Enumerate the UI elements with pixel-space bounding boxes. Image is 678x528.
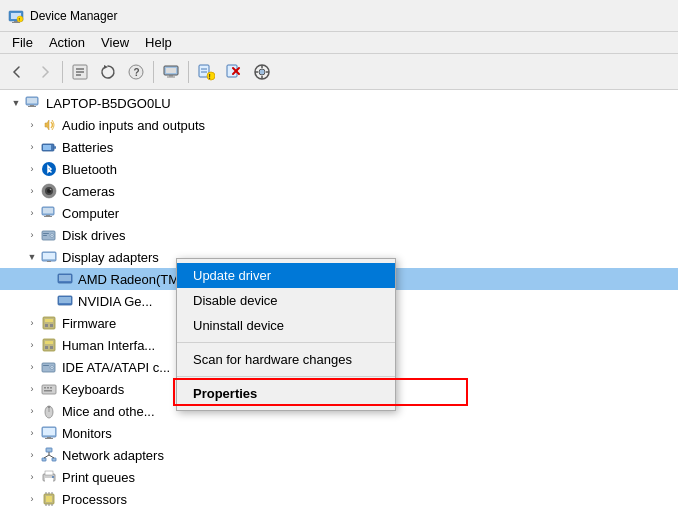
menu-file[interactable]: File xyxy=(4,33,41,52)
disk-label: Disk drives xyxy=(62,228,126,243)
help-button[interactable]: ? xyxy=(123,59,149,85)
svg-rect-61 xyxy=(45,324,48,327)
svg-rect-45 xyxy=(46,215,50,216)
bluetooth-icon xyxy=(40,160,58,178)
svg-rect-54 xyxy=(47,261,51,262)
svg-line-88 xyxy=(49,455,54,458)
cameras-label: Cameras xyxy=(62,184,115,199)
ide-expand-icon[interactable]: › xyxy=(24,359,40,375)
svg-rect-70 xyxy=(43,365,49,366)
menu-bar: File Action View Help xyxy=(0,32,678,54)
menu-action[interactable]: Action xyxy=(41,33,93,52)
bluetooth-expand-icon[interactable]: › xyxy=(24,161,40,177)
computer-expand-icon[interactable]: › xyxy=(24,205,40,221)
ctx-disable-device[interactable]: Disable device xyxy=(177,288,395,313)
nvidia-icon xyxy=(56,292,74,310)
back-button[interactable] xyxy=(4,59,30,85)
svg-rect-90 xyxy=(45,471,53,475)
title-bar: ! Device Manager xyxy=(0,0,678,32)
processor-icon xyxy=(40,490,58,508)
display-adapter-icon xyxy=(40,248,58,266)
processors-expand-icon[interactable]: › xyxy=(24,491,40,507)
scan-button[interactable] xyxy=(249,59,275,85)
tree-item-computer[interactable]: › Computer xyxy=(0,202,678,224)
svg-rect-16 xyxy=(167,76,175,77)
tree-item-bluetooth[interactable]: › Bluetooth xyxy=(0,158,678,180)
print-expand-icon[interactable]: › xyxy=(24,469,40,485)
ctx-update-driver[interactable]: Update driver xyxy=(177,263,395,288)
toolbar-separator-2 xyxy=(153,61,154,83)
svg-rect-85 xyxy=(52,458,56,461)
app-icon: ! xyxy=(8,8,24,24)
keyboards-expand-icon[interactable]: › xyxy=(24,381,40,397)
svg-rect-72 xyxy=(44,387,46,389)
svg-rect-15 xyxy=(169,75,173,77)
hid-label: Human Interfa... xyxy=(62,338,155,353)
network-label: Network adapters xyxy=(62,448,164,463)
tree-item-disk[interactable]: › Disk drives xyxy=(0,224,678,246)
svg-rect-33 xyxy=(30,105,34,106)
tree-item-network[interactable]: › Network adapters xyxy=(0,444,678,466)
svg-rect-56 xyxy=(59,275,71,281)
network-expand-icon[interactable]: › xyxy=(24,447,40,463)
tree-item-audio[interactable]: › Audio inputs and outputs xyxy=(0,114,678,136)
svg-rect-2 xyxy=(14,21,18,22)
batteries-expand-icon[interactable]: › xyxy=(24,139,40,155)
svg-text:!: ! xyxy=(19,17,20,22)
display-expand-icon[interactable]: ▼ xyxy=(24,249,40,265)
svg-rect-37 xyxy=(43,145,51,150)
tree-root[interactable]: ▼ LAPTOP-B5DGO0LU xyxy=(0,92,678,114)
svg-rect-63 xyxy=(43,339,55,351)
tree-item-batteries[interactable]: › Batteries xyxy=(0,136,678,158)
monitor-icon xyxy=(40,424,58,442)
svg-rect-62 xyxy=(50,324,53,327)
menu-view[interactable]: View xyxy=(93,33,137,52)
disk-expand-icon[interactable]: › xyxy=(24,227,40,243)
root-label: LAPTOP-B5DGO0LU xyxy=(46,96,171,111)
svg-point-42 xyxy=(50,189,52,191)
svg-rect-82 xyxy=(45,438,53,439)
firmware-expand-icon[interactable]: › xyxy=(24,315,40,331)
ctx-scan-changes[interactable]: Scan for hardware changes xyxy=(177,347,395,372)
svg-rect-80 xyxy=(43,428,55,435)
properties-button[interactable] xyxy=(67,59,93,85)
hid-expand-icon[interactable]: › xyxy=(24,337,40,353)
monitors-expand-icon[interactable]: › xyxy=(24,425,40,441)
svg-rect-66 xyxy=(50,346,53,349)
tree-item-monitors[interactable]: › Monitors xyxy=(0,422,678,444)
tree-item-processors[interactable]: › Processors xyxy=(0,488,678,510)
audio-label: Audio inputs and outputs xyxy=(62,118,205,133)
cameras-expand-icon[interactable]: › xyxy=(24,183,40,199)
uninstall-button[interactable] xyxy=(221,59,247,85)
svg-rect-73 xyxy=(47,387,49,389)
install-button[interactable]: ! xyxy=(193,59,219,85)
refresh-button[interactable] xyxy=(95,59,121,85)
root-expand-icon[interactable]: ▼ xyxy=(8,95,24,111)
svg-rect-53 xyxy=(43,253,55,259)
network-icon xyxy=(40,446,58,464)
computer-label: Computer xyxy=(62,206,119,221)
svg-rect-71 xyxy=(42,385,56,394)
disk-icon xyxy=(40,226,58,244)
svg-rect-36 xyxy=(54,146,56,149)
ctx-properties[interactable]: Properties xyxy=(177,381,395,406)
audio-expand-icon[interactable]: › xyxy=(24,117,40,133)
forward-button[interactable] xyxy=(32,59,58,85)
tree-item-print[interactable]: › Print queues xyxy=(0,466,678,488)
svg-text:!: ! xyxy=(209,73,211,80)
mice-expand-icon[interactable]: › xyxy=(24,403,40,419)
svg-line-87 xyxy=(44,455,49,458)
display-button[interactable] xyxy=(158,59,184,85)
ctx-uninstall-device[interactable]: Uninstall device xyxy=(177,313,395,338)
nvidia-label: NVIDIA Ge... xyxy=(78,294,152,309)
svg-point-92 xyxy=(52,476,54,478)
svg-point-69 xyxy=(51,367,52,368)
tree-item-cameras[interactable]: › Cameras xyxy=(0,180,678,202)
toolbar-separator-3 xyxy=(188,61,189,83)
svg-rect-34 xyxy=(28,106,36,107)
battery-icon xyxy=(40,138,58,156)
camera-icon xyxy=(40,182,58,200)
svg-rect-59 xyxy=(43,317,55,329)
menu-help[interactable]: Help xyxy=(137,33,180,52)
svg-rect-50 xyxy=(43,233,49,234)
